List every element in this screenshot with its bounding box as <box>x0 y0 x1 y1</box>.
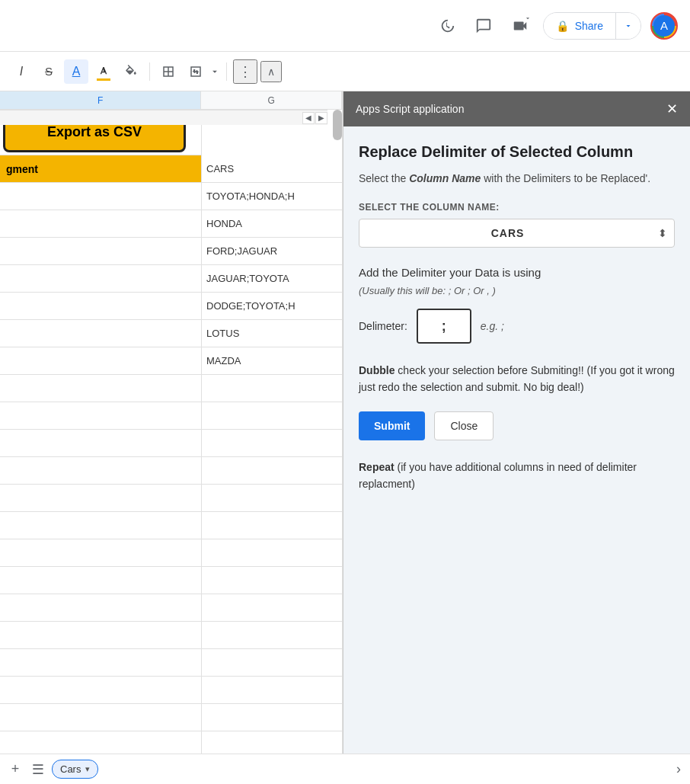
h-scrollbar: ◀ ▶ <box>0 110 327 125</box>
repeat-bold: Repeat <box>359 461 395 473</box>
history-icon[interactable] <box>433 12 461 40</box>
text-color-button[interactable] <box>91 59 116 84</box>
share-button-group: 🔒 Share <box>543 12 641 40</box>
sheet-options-button[interactable]: ☰ <box>29 760 47 779</box>
select-label: SELECT THE COLUMN NAME: <box>359 202 675 213</box>
row-cars: gment CARS <box>0 155 343 183</box>
bottom-bar: + ☰ Cars ▾ › <box>0 754 690 784</box>
segment-header: gment <box>0 155 202 182</box>
delimiter-eg: e.g. ; <box>481 320 504 332</box>
avatar[interactable]: A <box>650 12 678 40</box>
format-toolbar: I S A ⋮ ∧ <box>0 52 690 91</box>
panel-header-title: Apps Script application <box>356 103 464 115</box>
lock-icon: 🔒 <box>556 20 569 32</box>
data-cell-5[interactable]: DODGE;TOYOTA;H <box>202 293 343 319</box>
bottom-right-chevron-icon[interactable]: › <box>673 758 684 780</box>
row-6: LOTUS <box>0 320 343 347</box>
export-button-label: Export as CSV <box>47 124 142 140</box>
close-button[interactable]: Close <box>434 411 494 440</box>
delimiter-input[interactable] <box>418 310 470 342</box>
delimiter-label: Delimeter: <box>359 320 407 332</box>
empty-rows <box>0 375 343 754</box>
panel-description: Select the Column Name with the Delimite… <box>359 171 675 187</box>
data-cell-4[interactable]: JAGUAR;TOYOTA <box>202 265 343 292</box>
vertical-scrollbar-handle[interactable] <box>333 110 342 140</box>
share-dropdown-button[interactable] <box>616 13 640 39</box>
collapse-button[interactable]: ∧ <box>260 61 282 82</box>
repeat-rest: (if you have additional columns in need … <box>359 461 637 490</box>
panel-close-button[interactable]: ✕ <box>666 101 678 117</box>
sheet-tab-name: Cars <box>60 763 81 775</box>
avatar-letter: A <box>653 15 675 37</box>
more-options-button[interactable]: ⋮ <box>233 59 257 84</box>
merge-button[interactable] <box>184 59 208 84</box>
row-1: TOYOTA;HONDA;H <box>0 183 343 210</box>
panel-header: Apps Script application ✕ <box>343 91 690 126</box>
data-cell-6[interactable]: LOTUS <box>202 320 343 347</box>
sheet-tab-chevron-icon: ▾ <box>85 764 90 774</box>
panel-title: Replace Delimiter of Selected Column <box>359 142 675 162</box>
select-wrapper: CARS ⬍ <box>359 219 675 248</box>
main-area: F G Export as CSV gment CARS <box>0 91 690 754</box>
underline-button[interactable]: A <box>64 59 88 84</box>
data-cell-7[interactable]: MAZDA <box>202 347 343 374</box>
double-check-rest: check your selection before Submiting!! … <box>359 364 675 393</box>
row-4: JAGUAR;TOYOTA <box>0 265 343 293</box>
scroll-left-btn[interactable]: ◀ <box>302 112 315 124</box>
row-5: DODGE;TOYOTA;H <box>0 293 343 320</box>
paint-bucket-button[interactable] <box>119 59 143 84</box>
data-cell-cars[interactable]: CARS <box>202 155 343 182</box>
col-header-g: G <box>201 91 342 109</box>
text-color-bar <box>97 78 110 81</box>
separator-1 <box>149 62 150 81</box>
data-cell-1[interactable]: TOYOTA;HONDA;H <box>202 183 343 210</box>
strikethrough-button[interactable]: S <box>37 59 61 84</box>
panel-content: Replace Delimiter of Selected Column Sel… <box>343 126 690 754</box>
row-3: FORD;JAGUAR <box>0 238 343 265</box>
separator-2 <box>226 62 227 81</box>
desc-bold: Column Name <box>409 172 481 184</box>
data-cell-2[interactable]: HONDA <box>202 210 343 237</box>
dubble-bold: Dubble <box>359 364 395 376</box>
comment-icon[interactable] <box>470 12 497 40</box>
submit-button[interactable]: Submit <box>359 411 425 440</box>
italic-button[interactable]: I <box>9 59 34 84</box>
apps-script-panel: Apps Script application ✕ Replace Delimi… <box>343 91 690 754</box>
hint-text: (Usually this will be: ; Or ; Or , ) <box>359 285 675 296</box>
delimiter-input-wrapper <box>417 309 471 344</box>
borders-button[interactable] <box>156 59 180 84</box>
scroll-right-btn[interactable]: ▶ <box>315 112 327 124</box>
spreadsheet: F G Export as CSV gment CARS <box>0 91 343 754</box>
camera-icon[interactable] <box>506 12 534 40</box>
share-main-button[interactable]: 🔒 Share <box>544 13 616 39</box>
double-check-text: Dubble check your selection before Submi… <box>359 362 675 396</box>
add-delimiter-label: Add the Delimiter your Data is using <box>359 266 675 279</box>
delimiter-row: Delimeter: e.g. ; <box>359 309 675 344</box>
row-7: MAZDA <box>0 347 343 375</box>
merge-chevron-icon <box>209 66 220 77</box>
sheet-tab-cars[interactable]: Cars ▾ <box>52 760 98 779</box>
repeat-text: Repeat (if you have additional columns i… <box>359 459 675 493</box>
desc-normal: Select the <box>359 172 409 184</box>
row-2: HONDA <box>0 210 343 238</box>
column-name-select[interactable]: CARS <box>359 219 675 248</box>
add-sheet-button[interactable]: + <box>6 760 24 779</box>
col-header-f: F <box>0 91 201 109</box>
col-headers: F G <box>0 91 342 110</box>
btn-row: Submit Close <box>359 411 675 440</box>
top-toolbar: 🔒 Share A <box>0 0 690 52</box>
data-cell-3[interactable]: FORD;JAGUAR <box>202 238 343 264</box>
share-label: Share <box>575 20 603 32</box>
desc-end: with the Delimiters to be Replaced'. <box>481 172 650 184</box>
